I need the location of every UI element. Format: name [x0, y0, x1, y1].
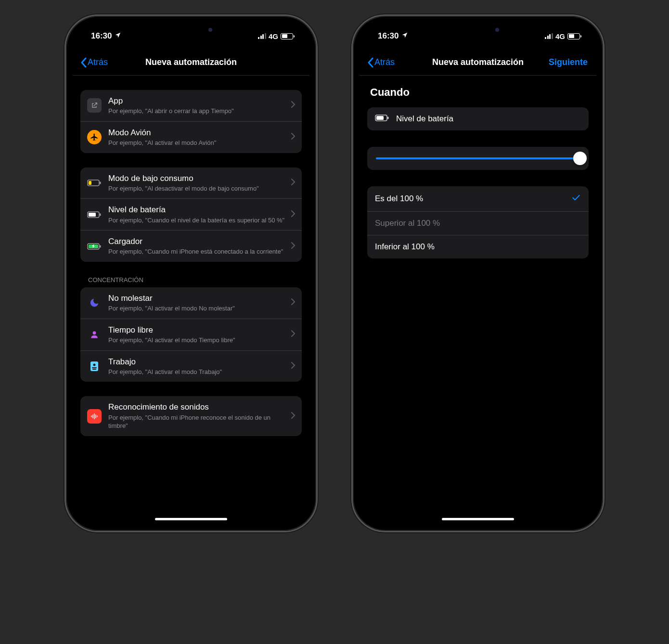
chevron-right-icon — [291, 179, 295, 187]
status-time: 16:30 — [378, 31, 399, 41]
row-sub: Por ejemplo, "Cuando mi iPhone está cone… — [108, 247, 287, 256]
chevron-right-icon — [291, 242, 295, 251]
location-icon — [115, 31, 121, 41]
trigger-group: Reconocimiento de sonidos Por ejemplo, "… — [80, 396, 302, 436]
chevron-right-icon — [291, 210, 295, 219]
phone-right: 16:30 4G Atrás Nueva automatización — [351, 14, 605, 532]
person-icon — [87, 327, 102, 342]
low-power-icon — [87, 176, 102, 190]
row-sub: Por ejemplo, "Al activar el modo No mole… — [108, 304, 287, 313]
chevron-right-icon — [291, 298, 295, 307]
row-title: Trabajo — [108, 357, 287, 367]
row-work[interactable]: Trabajo Por ejemplo, "Al activar el modo… — [80, 350, 302, 382]
row-title: Modo de bajo consumo — [108, 173, 287, 183]
row-sound-recognition[interactable]: Reconocimiento de sonidos Por ejemplo, "… — [80, 396, 302, 436]
signal-icon — [258, 33, 266, 39]
location-icon — [401, 31, 408, 41]
sound-icon — [87, 409, 102, 424]
back-label: Atrás — [374, 57, 395, 67]
heading: Cuando — [370, 86, 586, 99]
nav-title: Nueva automatización — [145, 57, 237, 67]
back-button[interactable]: Atrás — [367, 57, 395, 68]
trigger-label: Nivel de batería — [396, 114, 453, 124]
svg-rect-4 — [100, 213, 101, 216]
status-network: 4G — [555, 32, 565, 40]
signal-icon — [545, 33, 553, 39]
condition-group: Es del 100 % Superior al 100 % Inferior … — [367, 186, 589, 258]
slider-fill — [376, 157, 580, 159]
nav-title: Nueva automatización — [432, 57, 524, 67]
svg-rect-7 — [100, 245, 101, 247]
svg-rect-18 — [97, 415, 98, 417]
slider-track — [376, 157, 580, 159]
phone-left: 16:30 4G Atrás Nueva automatización — [64, 14, 318, 532]
option-greater[interactable]: Superior al 100 % — [367, 211, 589, 235]
row-sub: Por ejemplo, "Al activar el modo Trabajo… — [108, 368, 287, 376]
charger-icon — [87, 239, 102, 254]
option-label: Superior al 100 % — [375, 219, 440, 228]
option-label: Es del 100 % — [375, 194, 423, 204]
slider-thumb[interactable] — [573, 152, 587, 165]
svg-rect-5 — [89, 213, 96, 217]
row-title: Cargador — [108, 236, 287, 246]
back-label: Atrás — [88, 57, 108, 67]
row-title: No molestar — [108, 293, 287, 303]
row-sub: Por ejemplo, "Al abrir o cerrar la app T… — [108, 107, 287, 116]
home-indicator[interactable] — [155, 518, 227, 520]
row-free-time[interactable]: Tiempo libre Por ejemplo, "Al activar el… — [80, 319, 302, 350]
trigger-group: No molestar Por ejemplo, "Al activar el … — [80, 287, 302, 382]
badge-icon — [87, 359, 102, 374]
chevron-right-icon — [291, 362, 295, 371]
option-equals[interactable]: Es del 100 % — [367, 186, 589, 211]
option-less[interactable]: Inferior al 100 % — [367, 235, 589, 258]
row-do-not-disturb[interactable]: No molestar Por ejemplo, "Al activar el … — [80, 287, 302, 319]
trigger-group: Modo de bajo consumo Por ejemplo, "Al de… — [80, 167, 302, 262]
svg-rect-12 — [92, 367, 97, 368]
row-sub: Por ejemplo, "Al desactivar el modo de b… — [108, 184, 287, 193]
chevron-left-icon — [367, 57, 373, 68]
svg-rect-16 — [94, 413, 95, 419]
moon-icon — [87, 296, 102, 310]
battery-icon — [375, 114, 389, 124]
svg-rect-2 — [89, 181, 91, 185]
airplane-icon — [87, 130, 102, 144]
row-title: Tiempo libre — [108, 325, 287, 335]
svg-point-11 — [93, 363, 96, 366]
row-sub: Por ejemplo, "Cuando el nivel de la bate… — [108, 216, 287, 225]
svg-rect-20 — [387, 117, 389, 119]
trigger-group: App Por ejemplo, "Al abrir o cerrar la a… — [80, 90, 302, 153]
svg-rect-21 — [376, 116, 384, 120]
home-indicator[interactable] — [442, 518, 514, 520]
battery-slider[interactable] — [367, 147, 589, 170]
row-charger[interactable]: Cargador Por ejemplo, "Cuando mi iPhone … — [80, 230, 302, 262]
content[interactable]: Cuando Nivel de batería Es del 100 % — [360, 76, 596, 524]
nav-bar: Atrás Nueva automatización — [73, 50, 309, 76]
trigger-row: Nivel de batería — [367, 107, 589, 130]
svg-rect-14 — [91, 415, 92, 417]
chevron-right-icon — [291, 101, 295, 110]
option-label: Inferior al 100 % — [375, 242, 435, 252]
row-battery-level[interactable]: Nivel de batería Por ejemplo, "Cuando el… — [80, 198, 302, 230]
svg-rect-17 — [95, 414, 96, 418]
back-button[interactable]: Atrás — [80, 57, 108, 68]
chevron-left-icon — [80, 57, 87, 68]
row-sub: Por ejemplo, "Cuando mi iPhone reconoce … — [108, 413, 287, 430]
row-airplane-mode[interactable]: Modo Avión Por ejemplo, "Al activar el m… — [80, 121, 302, 153]
svg-rect-15 — [92, 414, 93, 418]
nav-bar: Atrás Nueva automatización Siguiente — [360, 50, 596, 76]
row-title: App — [108, 96, 287, 106]
next-button[interactable]: Siguiente — [549, 57, 588, 67]
content[interactable]: App Por ejemplo, "Al abrir o cerrar la a… — [73, 76, 309, 524]
row-title: Nivel de batería — [108, 205, 287, 215]
chevron-right-icon — [291, 330, 295, 339]
section-header: CONCENTRACIÓN — [80, 276, 302, 287]
status-time: 16:30 — [91, 31, 112, 41]
row-low-power-mode[interactable]: Modo de bajo consumo Por ejemplo, "Al de… — [80, 167, 302, 199]
row-app[interactable]: App Por ejemplo, "Al abrir o cerrar la a… — [80, 90, 302, 121]
battery-level-icon — [87, 207, 102, 222]
row-sub: Por ejemplo, "Al activar el modo Tiempo … — [108, 336, 287, 345]
screen: 16:30 4G Atrás Nueva automatización — [73, 23, 309, 524]
screen: 16:30 4G Atrás Nueva automatización — [360, 23, 596, 524]
notch — [435, 23, 521, 37]
notch — [148, 23, 234, 37]
